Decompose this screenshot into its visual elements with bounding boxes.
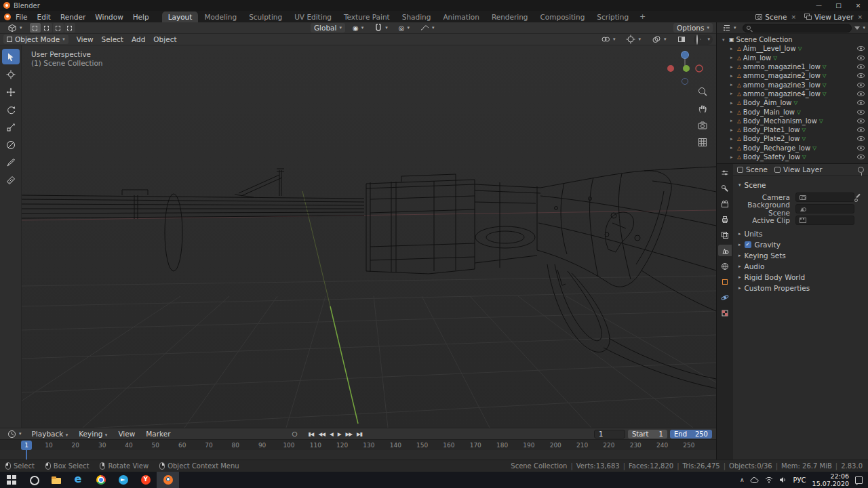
maximize-button[interactable]: □ xyxy=(829,0,848,11)
properties-section[interactable]: ▸ ✓ Gravity xyxy=(733,239,868,250)
action-center-icon[interactable] xyxy=(855,476,863,484)
jump-to-end-button[interactable]: ▶▮ xyxy=(357,431,362,437)
outliner-item[interactable]: ▸ △ ammo_magazine1_low ▽ xyxy=(717,62,868,71)
visibility-eye-icon[interactable] xyxy=(857,92,865,96)
marker-menu[interactable]: Marker xyxy=(142,430,174,438)
properties-editor-type-button[interactable] xyxy=(718,167,732,178)
visibility-eye-icon[interactable] xyxy=(857,100,865,105)
expand-icon[interactable]: ▸ xyxy=(730,91,735,96)
outliner-item[interactable]: ▸ △ Body_Mechanism_low ▽ xyxy=(717,117,868,125)
properties-section[interactable]: ▸ ✓ Keying Sets xyxy=(733,250,868,261)
overlays-dropdown[interactable]: ▾ xyxy=(648,35,670,44)
workspace-tab[interactable]: UV Editing xyxy=(288,12,338,22)
snap-toggle[interactable]: ▾ xyxy=(371,23,391,33)
properties-section[interactable]: ▸ ✓ Custom Properties xyxy=(733,283,868,293)
file-explorer-icon[interactable] xyxy=(45,472,67,488)
outliner-item[interactable]: ▸ △ ammo_magazine4_low ▽ xyxy=(717,89,868,98)
outliner-item[interactable]: ▸ △ Body_Main_low ▽ xyxy=(717,107,868,116)
visibility-eye-icon[interactable] xyxy=(857,146,865,150)
timeline-editor-type-button[interactable]: ▾ xyxy=(4,429,25,439)
zoom-icon[interactable] xyxy=(697,86,708,97)
pin-icon[interactable] xyxy=(858,167,864,173)
play-button[interactable]: ▶ xyxy=(338,431,341,437)
blender-menu-icon[interactable] xyxy=(4,14,11,20)
search-input[interactable] xyxy=(753,24,848,32)
workspace-tab[interactable]: Scripting xyxy=(591,12,635,22)
collapse-icon[interactable]: ▾ xyxy=(722,37,727,43)
outliner-item[interactable]: ▸ △ Body_Safety_low ▽ xyxy=(717,152,868,161)
outliner-item[interactable]: ▸ △ Body_Plate1_low ▽ xyxy=(717,125,868,134)
language-indicator[interactable]: РУС xyxy=(793,476,806,484)
workspace-tab[interactable]: Texture Paint xyxy=(338,12,396,22)
annotate-tool[interactable] xyxy=(2,155,20,170)
navigation-gizmo[interactable] xyxy=(665,49,705,86)
properties-section[interactable]: ▸ ✓ Rigid Body World xyxy=(733,272,868,283)
search-icon[interactable] xyxy=(22,472,45,488)
cloud-icon[interactable] xyxy=(750,476,759,483)
cursor-tool[interactable] xyxy=(2,66,20,82)
tab-physics[interactable] xyxy=(718,291,732,303)
expand-icon[interactable]: ▸ xyxy=(730,109,735,115)
viewport-menu-item[interactable]: Add xyxy=(127,35,149,43)
outliner-item[interactable]: ▸ △ Body_Recharge_low ▽ xyxy=(717,144,868,152)
pan-hand-icon[interactable] xyxy=(697,103,708,114)
select-mode-intersect[interactable] xyxy=(64,23,75,33)
jump-to-start-button[interactable]: ▮◀ xyxy=(308,431,313,437)
workspace-tab[interactable]: Sculpting xyxy=(243,12,288,22)
menubar-item[interactable]: Help xyxy=(128,12,154,22)
expand-icon[interactable]: ▸ xyxy=(730,46,735,52)
outliner-item[interactable]: ▸ △ Aim_low ▽ xyxy=(717,54,868,62)
wifi-icon[interactable] xyxy=(765,476,773,483)
field-input[interactable] xyxy=(795,204,854,214)
playhead[interactable] xyxy=(26,450,27,460)
tab-scene[interactable] xyxy=(718,245,732,256)
select-box-tool[interactable] xyxy=(2,49,20,64)
current-frame-marker[interactable]: 1 xyxy=(21,441,32,450)
breadcrumb-view-layer[interactable]: View Layer xyxy=(774,165,823,174)
object-visibility-dropdown[interactable]: ▾ xyxy=(597,35,619,44)
visibility-eye-icon[interactable] xyxy=(857,46,865,51)
gizmos-dropdown[interactable]: ▾ xyxy=(623,35,644,44)
scene-section-header[interactable]: ▾ Scene xyxy=(733,179,868,191)
visibility-eye-icon[interactable] xyxy=(857,83,865,87)
frame-start-field[interactable]: Start1 xyxy=(628,430,667,439)
options-dropdown[interactable]: Options▾ xyxy=(673,23,713,33)
outliner-search[interactable] xyxy=(743,24,852,33)
remove-view-layer-icon[interactable]: × xyxy=(856,14,864,20)
expand-icon[interactable]: ▸ xyxy=(730,136,735,142)
field-input[interactable] xyxy=(795,192,854,202)
menubar-item[interactable]: Edit xyxy=(33,12,56,22)
outliner-item[interactable]: ▸ △ ammo_magazine2_low ▽ xyxy=(717,71,868,80)
visibility-eye-icon[interactable] xyxy=(857,56,865,60)
outliner-root-collection[interactable]: ▾ ▣ Scene Collection xyxy=(717,35,868,44)
viewport-menu-item[interactable]: View xyxy=(73,35,98,43)
workspace-tab[interactable]: Rendering xyxy=(486,12,534,22)
visibility-eye-icon[interactable] xyxy=(857,119,865,123)
view-layer-selector[interactable]: View Layer × xyxy=(804,13,864,21)
workspace-tab[interactable]: Layout xyxy=(162,12,199,22)
expand-icon[interactable]: ▸ xyxy=(730,64,735,70)
outliner-item[interactable]: ▸ △ Aim__Level_low ▽ xyxy=(717,44,868,53)
scale-tool[interactable] xyxy=(2,119,20,135)
scene-selector[interactable]: Scene × xyxy=(755,13,797,21)
visibility-eye-icon[interactable] xyxy=(857,136,865,141)
menubar-item[interactable]: File xyxy=(11,12,33,22)
camera-view-icon[interactable] xyxy=(697,120,708,131)
shading-solid[interactable] xyxy=(700,39,701,40)
close-button[interactable]: × xyxy=(848,0,868,11)
visibility-eye-icon[interactable] xyxy=(857,155,865,159)
expand-icon[interactable]: ▸ xyxy=(730,145,735,150)
properties-section[interactable]: ▸ ✓ Units xyxy=(733,228,868,239)
pivot-point-dropdown[interactable]: ◉▾ xyxy=(349,23,367,33)
visibility-eye-icon[interactable] xyxy=(857,127,865,132)
frame-end-field[interactable]: End250 xyxy=(670,430,712,439)
shading-wireframe[interactable] xyxy=(696,35,698,44)
transform-tool[interactable] xyxy=(2,137,20,152)
keying-menu[interactable]: Keying ▾ xyxy=(75,430,111,438)
visibility-eye-icon[interactable] xyxy=(857,73,865,78)
measure-tool[interactable] xyxy=(2,172,20,188)
ortho-grid-icon[interactable] xyxy=(697,137,708,148)
prev-keyframe-button[interactable]: ◀◀ xyxy=(318,431,325,437)
expand-icon[interactable]: ▸ xyxy=(730,118,735,123)
workspace-tab[interactable]: Modeling xyxy=(198,12,243,22)
